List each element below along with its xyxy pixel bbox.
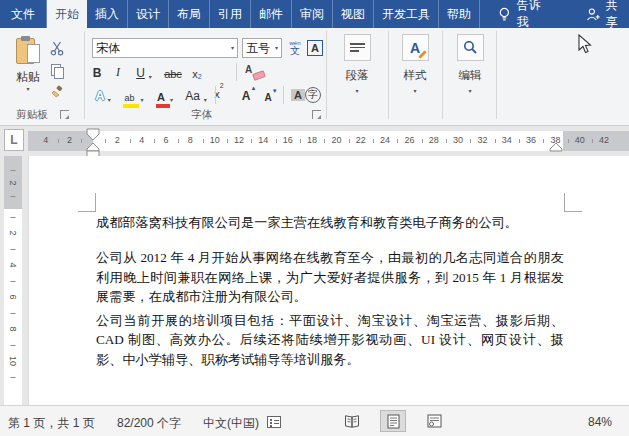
tab-插入[interactable]: 插入: [87, 0, 128, 28]
ruler-tick: [11, 217, 16, 218]
paragraph-1[interactable]: 成都部落窝科技有限公司是一家主营在线教育和教育类电子商务的公司。: [96, 213, 564, 232]
font-dialog-launcher[interactable]: [312, 110, 321, 119]
ruler-number: 24: [380, 135, 390, 145]
ruler-tick: [203, 139, 204, 143]
paragraph-3[interactable]: 公司当前开展的培训项目包括：平面设计、淘宝设计、淘宝运营、摄影后期、CAD 制图…: [96, 311, 564, 369]
character-border-button[interactable]: A: [306, 38, 324, 58]
document-text[interactable]: 成都部落窝科技有限公司是一家主营在线教育和教育类电子商务的公司。公司从 2012…: [96, 213, 564, 369]
tell-me-button[interactable]: 告诉我: [498, 0, 552, 31]
styles-label: 样式: [404, 68, 427, 83]
superscript-button[interactable]: x2: [210, 82, 228, 102]
text-effects-dropdown-arrow[interactable]: ▾: [108, 97, 111, 103]
document-page[interactable]: 成都部落窝科技有限公司是一家主营在线教育和教育类电子商务的公司。公司从 2012…: [28, 156, 629, 405]
ruler-number: 40: [575, 135, 585, 145]
ruler-tick: [81, 139, 82, 143]
ruler-tick: [105, 139, 106, 143]
tab-帮助[interactable]: 帮助: [439, 0, 480, 28]
ribbon: 粘贴 ▾ 剪贴板 宋体 ▾ 五号: [0, 28, 629, 126]
font-size-dropdown-arrow[interactable]: ▾: [275, 45, 278, 51]
print-layout-button[interactable]: [380, 410, 406, 432]
change-case-button[interactable]: Aa ▾: [182, 85, 210, 105]
editing-group-button[interactable]: 编辑 ▾: [444, 34, 496, 94]
paragraph-group-button[interactable]: 段落 ▾: [331, 34, 383, 94]
ruler-tick: [519, 139, 520, 143]
ruler-number: 12: [234, 135, 244, 145]
styles-icon: A: [402, 34, 429, 61]
macro-record-button[interactable]: [267, 416, 281, 428]
font-color-button[interactable]: A ▾: [152, 85, 178, 105]
tab-开始[interactable]: 开始: [47, 0, 87, 28]
phonetic-guide-button[interactable]: wén 文: [286, 36, 304, 60]
read-mode-button[interactable]: [339, 410, 365, 432]
shrink-font-button[interactable]: A▼: [258, 85, 278, 105]
paragraph-dropdown-arrow[interactable]: ▾: [355, 88, 358, 94]
page-info[interactable]: 第 1 页，共 1 页: [8, 415, 95, 432]
highlight-icon: ab: [124, 94, 134, 103]
ruler-number: 4: [43, 135, 48, 145]
editing-label: 编辑: [459, 68, 482, 83]
ruler-tick: [11, 313, 16, 314]
ruler-number: 8: [8, 326, 18, 331]
tab-开发工具[interactable]: 开发工具: [374, 0, 439, 28]
ruler-number: 2: [67, 135, 72, 145]
ruler-number: 34: [502, 135, 512, 145]
format-painter-button[interactable]: [46, 82, 68, 102]
bold-button[interactable]: B: [88, 62, 106, 82]
highlight-color-button[interactable]: ab ▾: [120, 85, 148, 105]
strikethrough-button[interactable]: abc: [160, 62, 186, 82]
underline-button[interactable]: U ▾: [130, 62, 158, 82]
tab-文件[interactable]: 文件: [0, 0, 47, 28]
crop-mark-top-left: [78, 211, 96, 212]
share-button[interactable]: 共享: [586, 0, 629, 31]
tab-设计[interactable]: 设计: [128, 0, 169, 28]
horizontal-ruler[interactable]: 4224681012141618202224262830323436384042: [28, 131, 629, 151]
zoom-level[interactable]: 84%: [588, 415, 612, 429]
magnifier-icon: [457, 34, 484, 61]
cut-button[interactable]: [46, 38, 68, 58]
ruler-tick: [470, 139, 471, 143]
paste-button[interactable]: 粘贴 ▾: [6, 34, 50, 102]
tab-引用[interactable]: 引用: [210, 0, 251, 28]
tab-审阅[interactable]: 审阅: [292, 0, 333, 28]
web-layout-button[interactable]: [421, 410, 447, 432]
italic-button[interactable]: I: [110, 62, 126, 82]
paragraph-2[interactable]: 公司从 2012 年 4 月开始从事网络在线教育至今，由最初的几名志同道合的朋友…: [96, 248, 564, 306]
ruler-tick: [178, 139, 179, 143]
paste-dropdown-arrow[interactable]: ▾: [26, 86, 29, 92]
styles-group-button[interactable]: A 样式 ▾: [389, 34, 441, 94]
vertical-ruler[interactable]: 2246810: [4, 156, 22, 405]
editing-dropdown-arrow[interactable]: ▾: [468, 88, 471, 94]
clear-formatting-button[interactable]: A: [244, 62, 266, 82]
grow-font-button[interactable]: A▲: [236, 85, 256, 105]
indent-markers[interactable]: [86, 128, 100, 158]
font-size-combobox[interactable]: 五号 ▾: [242, 38, 282, 58]
change-case-dropdown-arrow[interactable]: ▾: [204, 97, 207, 103]
ruler-number: 18: [307, 135, 317, 145]
highlight-dropdown-arrow[interactable]: ▾: [141, 97, 144, 103]
word-count[interactable]: 82/200 个字: [117, 415, 181, 432]
tab-视图[interactable]: 视图: [333, 0, 374, 28]
styles-dropdown-arrow[interactable]: ▾: [413, 88, 416, 94]
ruler-tick: [58, 139, 59, 143]
ruler-tick: [11, 196, 16, 197]
font-name-dropdown-arrow[interactable]: ▾: [231, 45, 234, 51]
font-name-combobox[interactable]: 宋体 ▾: [92, 38, 238, 58]
shrink-font-icon: A▼: [264, 92, 271, 103]
underline-dropdown-arrow[interactable]: ▾: [149, 74, 152, 80]
text-effects-button[interactable]: A ▾: [90, 85, 116, 105]
clipboard-dialog-launcher[interactable]: [60, 110, 69, 119]
font-color-dropdown-arrow[interactable]: ▾: [170, 97, 173, 103]
subscript-button[interactable]: x2: [188, 62, 206, 82]
ruler-tick: [11, 345, 16, 346]
tell-me-label: 告诉我: [517, 0, 552, 31]
ruler-number: 22: [356, 135, 366, 145]
tab-邮件[interactable]: 邮件: [251, 0, 292, 28]
ruler-number: 10: [8, 356, 18, 366]
language-indicator[interactable]: 中文(中国): [203, 415, 259, 432]
ruler-tick: [11, 377, 16, 378]
enclose-characters-button[interactable]: 字: [302, 85, 324, 105]
tab-布局[interactable]: 布局: [169, 0, 210, 28]
eraser-icon: A: [245, 64, 265, 80]
tab-stop-selector[interactable]: L: [4, 129, 24, 151]
copy-button[interactable]: [46, 60, 68, 80]
